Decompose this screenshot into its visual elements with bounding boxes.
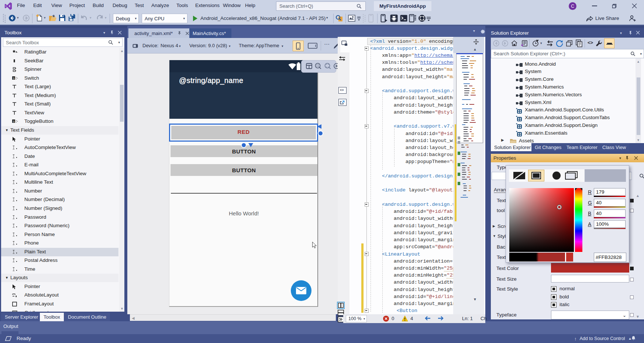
svg-text:S: S [13,76,15,80]
svg-text:S: S [13,120,15,123]
